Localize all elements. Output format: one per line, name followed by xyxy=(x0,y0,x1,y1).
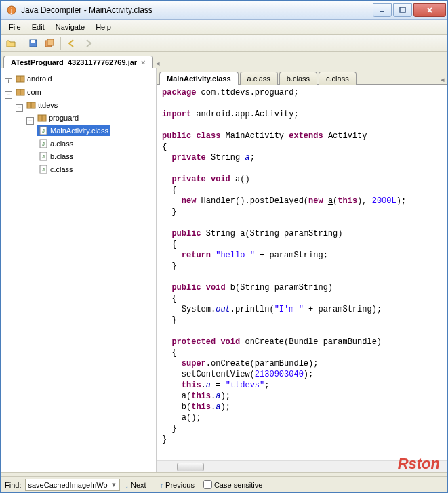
collapse-icon[interactable]: − xyxy=(16,104,23,112)
collapse-icon[interactable]: − xyxy=(5,91,12,99)
forward-button[interactable] xyxy=(81,36,96,51)
expand-icon[interactable]: + xyxy=(5,78,12,85)
svg-text:J: J xyxy=(42,141,45,147)
editor-tab[interactable]: a.class xyxy=(240,72,278,85)
maximize-button[interactable] xyxy=(393,3,412,17)
menubar: File Edit Navigate Help xyxy=(1,20,447,35)
collapse-icon[interactable]: − xyxy=(26,117,34,125)
minimize-button[interactable] xyxy=(373,3,392,17)
find-label: Find: xyxy=(5,481,21,489)
svg-text:j: j xyxy=(10,7,12,14)
tree-file[interactable]: Ja.class xyxy=(37,138,75,149)
app-icon: j xyxy=(6,5,17,16)
back-button[interactable] xyxy=(64,36,79,51)
tree-package: com xyxy=(14,87,43,98)
arrow-down-icon: ↓ xyxy=(125,481,129,489)
tree-package: android xyxy=(14,73,54,84)
case-sensitive-checkbox[interactable]: Case sensitive xyxy=(203,480,263,489)
find-previous-button[interactable]: ↑Previous xyxy=(155,479,199,491)
tree-file-selected[interactable]: JMainActivity.class xyxy=(37,125,110,136)
close-button[interactable] xyxy=(413,3,446,17)
save-all-button[interactable] xyxy=(42,36,57,51)
open-file-button[interactable] xyxy=(3,36,18,51)
editor-tab-active[interactable]: MainActivity.class xyxy=(159,72,239,85)
svg-rect-7 xyxy=(47,39,54,45)
svg-text:J: J xyxy=(42,154,45,160)
package-tree[interactable]: +android −com −ttdevs −proguard JMainAct… xyxy=(1,68,157,472)
svg-text:J: J xyxy=(42,128,45,134)
find-bar: Find: ▾ ↓Next ↑Previous Case sensitive xyxy=(1,476,447,492)
menu-help[interactable]: Help xyxy=(90,22,117,33)
tab-nav-icon[interactable]: ◂ xyxy=(156,59,160,68)
jar-tab-label: ATestProguard_43231177762769.jar xyxy=(11,58,137,66)
arrow-up-icon: ↑ xyxy=(160,481,164,489)
find-next-button[interactable]: ↓Next xyxy=(120,479,150,491)
tree-file[interactable]: Jb.class xyxy=(37,151,75,162)
dropdown-icon[interactable]: ▾ xyxy=(112,480,116,489)
tab-nav-icon[interactable]: ◂ xyxy=(441,75,445,84)
editor-tab[interactable]: c.class xyxy=(319,72,357,85)
watermark: Rston xyxy=(398,455,440,473)
menu-edit[interactable]: Edit xyxy=(26,22,50,33)
find-input[interactable] xyxy=(25,479,120,491)
editor-tab[interactable]: b.class xyxy=(279,72,317,85)
save-button[interactable] xyxy=(26,36,41,51)
svg-rect-5 xyxy=(31,40,35,43)
jar-tab[interactable]: ATestProguard_43231177762769.jar × xyxy=(3,56,153,68)
svg-text:J: J xyxy=(42,167,45,173)
window-title: Java Decompiler - MainActivity.class xyxy=(21,5,371,15)
close-tab-icon[interactable]: × xyxy=(141,58,145,66)
tree-package: proguard xyxy=(36,112,80,123)
toolbar xyxy=(1,35,447,52)
menu-file[interactable]: File xyxy=(3,22,26,33)
tree-package: ttdevs xyxy=(25,100,59,110)
menu-navigate[interactable]: Navigate xyxy=(50,22,90,33)
tree-file[interactable]: Jc.class xyxy=(37,164,75,175)
svg-rect-3 xyxy=(400,7,405,12)
jar-tabbar: ATestProguard_43231177762769.jar × ◂ xyxy=(1,52,447,68)
code-editor[interactable]: package com.ttdevs.proguard; import andr… xyxy=(157,85,447,460)
titlebar[interactable]: j Java Decompiler - MainActivity.class xyxy=(1,1,447,20)
editor-tabbar: MainActivity.class a.class b.class c.cla… xyxy=(157,68,447,85)
